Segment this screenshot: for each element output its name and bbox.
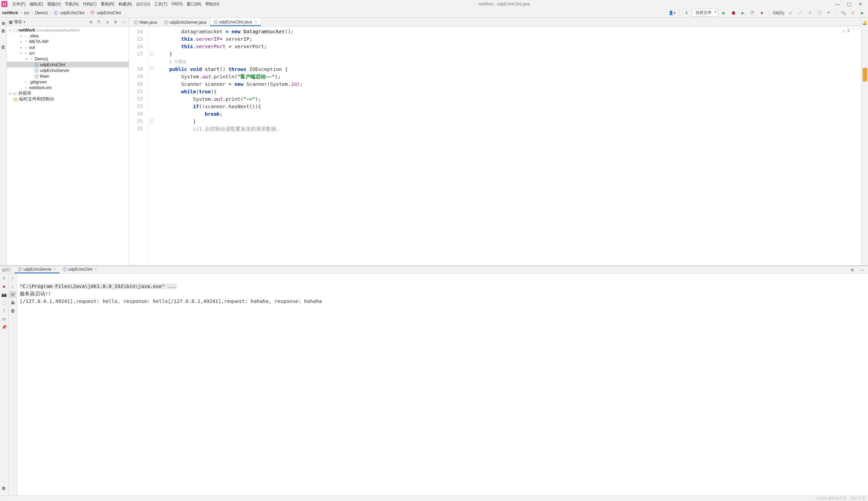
- menu-item[interactable]: 帮助(H): [203, 1, 221, 8]
- tree-item[interactable]: ▸▫out: [7, 44, 129, 50]
- run-settings-icon[interactable]: ⚙: [848, 266, 856, 274]
- menu-item[interactable]: 视图(V): [45, 1, 63, 8]
- rerun-icon[interactable]: ↻: [1, 275, 7, 281]
- sb-icon[interactable]: ▫: [2, 497, 3, 501]
- next-highlight-icon[interactable]: ˇ: [857, 28, 860, 33]
- stop-icon[interactable]: ■: [1, 283, 7, 289]
- editor-tab[interactable]: cMain.java: [130, 18, 160, 26]
- git-update-icon[interactable]: ↙: [787, 9, 794, 17]
- fold-icon[interactable]: -: [150, 67, 154, 70]
- git-rollback-icon[interactable]: ↶: [825, 9, 832, 17]
- run-config-dropdown[interactable]: 当前文件: [692, 9, 718, 17]
- run-toolbar-left: ↻ ■ 📷 ⬚ ⤴ ▭ 📌: [0, 274, 9, 497]
- expand-all-icon[interactable]: ⇱: [96, 19, 102, 25]
- sidebar-tab-project[interactable]: ▦ 项目: [1, 19, 6, 26]
- prev-highlight-icon[interactable]: ˆ: [852, 28, 855, 33]
- sidebar-tab-bookmarks[interactable]: 书签: [1, 481, 6, 483]
- breadcrumb: netWork › src › Demo1 › c udpEchoClint ›…: [2, 10, 668, 15]
- crumb-root[interactable]: netWork: [2, 11, 18, 15]
- settings-icon[interactable]: ⚙: [849, 9, 856, 17]
- tree-ext-lib[interactable]: ▸⫾⫾ 外部库: [7, 90, 129, 96]
- tree-item[interactable]: ▫.gitignore: [7, 79, 129, 85]
- watermark: CSDN @时光不染，回忆不淡: [816, 496, 865, 501]
- search-icon[interactable]: 🔍: [839, 9, 847, 17]
- code-area[interactable]: datagramSocket = new DatagramSocket(); t…: [155, 26, 861, 265]
- tree-item[interactable]: ▾▫Demo1: [7, 56, 129, 62]
- minimize-button[interactable]: —: [835, 1, 840, 7]
- run-anything-icon[interactable]: ▶: [858, 9, 866, 17]
- menu-item[interactable]: 文件(F): [10, 1, 28, 8]
- menu-item[interactable]: 代码(C): [81, 1, 99, 8]
- menu-item[interactable]: 窗口(W): [184, 1, 203, 8]
- up-icon[interactable]: ↑: [10, 275, 15, 281]
- tree-item[interactable]: ▸▫META-INF: [7, 39, 129, 44]
- run-hide-icon[interactable]: —: [858, 266, 866, 274]
- menu-item[interactable]: 重构(R): [99, 1, 117, 8]
- menu-item[interactable]: 工具(T): [152, 1, 169, 8]
- tree-item[interactable]: ▾▫src: [7, 50, 129, 56]
- notifications-icon[interactable]: 🔔: [861, 19, 868, 26]
- git-push-icon[interactable]: ↗: [806, 9, 813, 17]
- close-button[interactable]: ✕: [858, 1, 863, 7]
- tree-item[interactable]: ▫netWork.iml: [7, 85, 129, 90]
- wrap-icon[interactable]: ⤶: [10, 291, 15, 298]
- crumb-item[interactable]: src: [24, 11, 29, 15]
- tree-item[interactable]: ▸▫.idea: [7, 33, 129, 39]
- git-commit-icon[interactable]: ✓: [796, 9, 804, 17]
- tree-item[interactable]: cudpEchoServer: [7, 67, 129, 73]
- warning-icon[interactable]: ⚠: [842, 28, 845, 33]
- print-icon[interactable]: 🖶: [10, 299, 15, 306]
- console-output[interactable]: "C:\Program Files\Java\jdk1.8.0_192\bin\…: [17, 274, 868, 497]
- tree-scratch[interactable]: ▤ 临时文件和控制台: [7, 96, 129, 102]
- menubar: IJ 文件(F)编辑(E)视图(V)导航(N)代码(C)重构(R)构建(B)运行…: [0, 0, 868, 8]
- run-tab[interactable]: cudpEchoClint×: [60, 267, 100, 274]
- tree-root[interactable]: ▾▢ netWork D:\code\classtest\netWork: [7, 27, 129, 33]
- settings-icon[interactable]: ⚙: [112, 19, 118, 25]
- close-icon[interactable]: ×: [54, 267, 56, 272]
- dump-icon[interactable]: 📷: [1, 291, 7, 298]
- coverage-icon[interactable]: ▶: [739, 9, 747, 17]
- delete-icon[interactable]: ▭: [1, 316, 7, 322]
- sidebar-tab-commit[interactable]: 提交: [1, 40, 6, 42]
- layout-icon[interactable]: ⬚: [1, 299, 7, 306]
- editor-body[interactable]: 14151617 181920212223242526 --- datagram…: [129, 26, 861, 265]
- scroll-marker: [862, 68, 867, 82]
- run-icon[interactable]: ▶: [720, 9, 728, 17]
- build-icon[interactable]: ⬇: [683, 9, 690, 17]
- tree-item[interactable]: cMain: [7, 73, 129, 79]
- panel-title: ▦ 项目 ▾: [9, 19, 86, 25]
- maximize-button[interactable]: ▢: [846, 1, 852, 7]
- line-gutter: 14151617 181920212223242526: [129, 26, 149, 265]
- crumb-item[interactable]: Demo1: [35, 11, 48, 15]
- editor-tab[interactable]: cudpEchoServer.java: [160, 18, 210, 26]
- crumb-item[interactable]: c udpEchoClint: [54, 11, 85, 15]
- git-history-icon[interactable]: 🕑: [815, 9, 823, 17]
- menu-item[interactable]: 导航(N): [63, 1, 81, 8]
- pin-icon[interactable]: 📌: [1, 324, 7, 330]
- close-icon[interactable]: ×: [255, 20, 257, 24]
- clear-icon[interactable]: 🗑: [10, 308, 15, 314]
- menu-item[interactable]: 构建(B): [116, 1, 134, 8]
- stop-icon[interactable]: ■: [758, 9, 765, 17]
- fold-gutter[interactable]: ---: [149, 26, 155, 265]
- down-icon[interactable]: ↓: [10, 283, 15, 289]
- tree-item[interactable]: cudpEchoClint: [7, 62, 129, 67]
- menu-item[interactable]: 运行(U): [134, 1, 152, 8]
- debug-icon[interactable]: 🐞: [730, 9, 737, 17]
- crumb-item[interactable]: ⓜ udpEchoClint: [90, 10, 121, 15]
- collapse-all-icon[interactable]: ⇲: [104, 19, 110, 25]
- fold-icon[interactable]: -: [150, 119, 154, 122]
- user-icon[interactable]: 👤▾: [668, 9, 676, 17]
- fold-icon[interactable]: -: [150, 52, 154, 55]
- run-tab[interactable]: cudpEchoServer×: [14, 267, 60, 274]
- menu-item[interactable]: 编辑(E): [28, 1, 45, 8]
- select-opened-icon[interactable]: ⊕: [88, 19, 94, 25]
- editor-tab[interactable]: cudpEchoClint.java×: [210, 18, 261, 26]
- close-icon[interactable]: ×: [94, 267, 97, 272]
- exit-icon[interactable]: ⤴: [1, 308, 7, 314]
- project-tree[interactable]: ▾▢ netWork D:\code\classtest\netWork ▸▫.…: [7, 26, 129, 265]
- profile-icon[interactable]: ⏱: [749, 9, 756, 17]
- hide-icon[interactable]: —: [120, 19, 127, 25]
- menu-item[interactable]: Git(G): [169, 1, 184, 8]
- warning-count: 3: [847, 28, 850, 33]
